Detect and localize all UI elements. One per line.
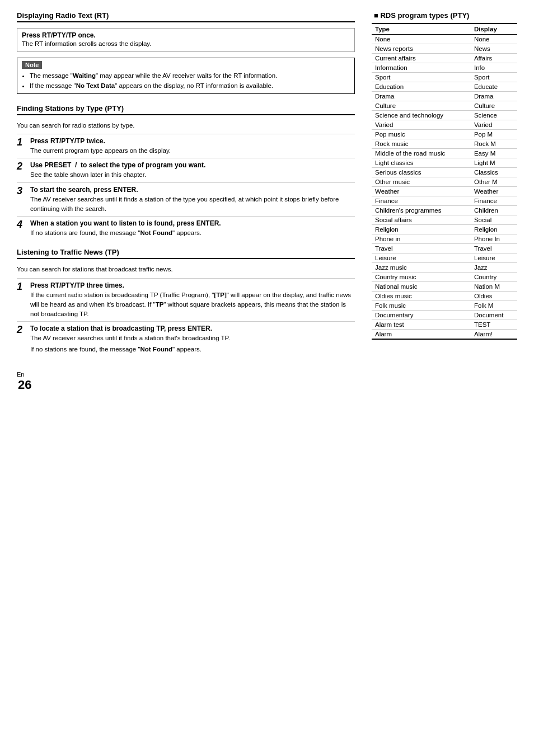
tp-step-2-desc2: If no stations are found, the message "N… (30, 345, 355, 354)
rds-type-cell: Leisure (372, 253, 471, 263)
rds-col1-header: Type (372, 24, 471, 35)
rds-table-row: News reportsNews (372, 44, 517, 54)
step-4-title: When a station you want to listen to is … (30, 219, 355, 227)
rds-type-cell: Jazz music (372, 263, 471, 273)
rds-table-row: InformationInfo (372, 63, 517, 73)
rds-display-cell: Science (471, 111, 517, 120)
rds-table-row: Light classicsLight M (372, 158, 517, 168)
rds-type-cell: Oldies music (372, 292, 471, 301)
tp-step-1-title: Press RT/PTY/TP three times. (30, 281, 355, 289)
note-item-2: If the message "No Text Data" appears on… (30, 81, 350, 91)
rds-table: Type Display NoneNoneNews reportsNewsCur… (372, 23, 517, 340)
rds-table-row: Phone inPhone In (372, 234, 517, 244)
rds-table-row: LeisureLeisure (372, 253, 517, 263)
rds-table-row: Country musicCountry (372, 273, 517, 282)
rds-type-cell: Weather (372, 187, 471, 196)
listening-tp-section: Listening to Traffic News (TP) You can s… (17, 248, 355, 354)
step-2-title: Use PRESET / to select the type of progr… (30, 161, 355, 169)
tp-step-2-title: To locate a station that is broadcasting… (30, 325, 355, 332)
step-1-title: Press RT/PTY/TP twice. (30, 137, 355, 145)
page-number: 26 (18, 378, 31, 392)
rds-display-cell: Varied (471, 120, 517, 130)
rds-display-cell: Classics (471, 168, 517, 177)
rds-table-row: Other musicOther M (372, 177, 517, 187)
rds-type-cell: None (372, 35, 471, 44)
rds-display-cell: Finance (471, 196, 517, 206)
rds-display-cell: Nation M (471, 282, 517, 292)
step-3-pty: 3 To start the search, press ENTER. The … (17, 182, 355, 214)
rds-display-cell: Educate (471, 82, 517, 92)
step-number-3: 3 (17, 186, 30, 214)
rds-display-cell: Culture (471, 101, 517, 111)
rds-section-title: RDS program types (PTY) (372, 11, 517, 20)
step-number-1: 1 (17, 137, 30, 156)
tp-step-2-content: To locate a station that is broadcasting… (30, 325, 355, 354)
step-number-2: 2 (17, 161, 30, 180)
rt-step-title: Press RT/PTY/TP once. (22, 31, 350, 39)
rds-display-cell: News (471, 44, 517, 54)
rds-display-cell: Info (471, 63, 517, 73)
page-layout: Displaying Radio Text (RT) Press RT/PTY/… (17, 11, 517, 392)
rds-table-row: AlarmAlarm! (372, 330, 517, 340)
rds-display-cell: Light M (471, 158, 517, 168)
step-3-title: To start the search, press ENTER. (30, 186, 355, 194)
rds-table-row: TravelTravel (372, 244, 517, 253)
note-box: Note The message "Waiting" may appear wh… (17, 58, 355, 94)
displaying-rt-section: Displaying Radio Text (RT) Press RT/PTY/… (17, 11, 355, 94)
right-column: RDS program types (PTY) Type Display Non… (372, 11, 517, 392)
step-2-content: Use PRESET / to select the type of progr… (30, 161, 355, 180)
rds-display-cell: Country (471, 273, 517, 282)
rds-type-cell: National music (372, 282, 471, 292)
rds-col2-header: Display (471, 24, 517, 35)
rds-display-cell: Drama (471, 92, 517, 101)
step-number-4: 4 (17, 219, 30, 238)
step-4-content: When a station you want to listen to is … (30, 219, 355, 238)
rds-display-cell: Children (471, 206, 517, 215)
rds-table-row: Social affairsSocial (372, 215, 517, 225)
finding-stations-section: Finding Stations by Type (PTY) You can s… (17, 104, 355, 238)
step-2-pty: 2 Use PRESET / to select the type of pro… (17, 158, 355, 180)
rds-type-cell: Middle of the road music (372, 149, 471, 158)
rds-display-cell: Other M (471, 177, 517, 187)
step-1-desc: The current program type appears on the … (30, 146, 355, 156)
rds-display-cell: TEST (471, 320, 517, 330)
rds-table-header: Type Display (372, 24, 517, 35)
rds-table-row: VariedVaried (372, 120, 517, 130)
rds-type-cell: Education (372, 82, 471, 92)
rt-step-desc: The RT information scrolls across the di… (22, 39, 350, 49)
rds-type-cell: Religion (372, 225, 471, 234)
step-1-content: Press RT/PTY/TP twice. The current progr… (30, 137, 355, 156)
rds-display-cell: Weather (471, 187, 517, 196)
step-4-pty: 4 When a station you want to listen to i… (17, 216, 355, 238)
rds-table-row: SportSport (372, 73, 517, 82)
rds-type-cell: Alarm (372, 330, 471, 340)
step-4-desc: If no stations are found, the message "N… (30, 228, 355, 238)
rds-display-cell: Rock M (471, 139, 517, 149)
rds-display-cell: Alarm! (471, 330, 517, 340)
rds-table-row: EducationEducate (372, 82, 517, 92)
rds-type-cell: Alarm test (372, 320, 471, 330)
rds-table-row: Middle of the road musicEasy M (372, 149, 517, 158)
tp-step-number-1: 1 (17, 281, 30, 320)
rds-table-row: Science and technologyScience (372, 111, 517, 120)
rds-display-cell: Jazz (471, 263, 517, 273)
rds-display-cell: Affairs (471, 54, 517, 63)
rds-display-cell: Phone In (471, 234, 517, 244)
rds-table-row: Current affairsAffairs (372, 54, 517, 63)
rds-table-row: WeatherWeather (372, 187, 517, 196)
rds-table-row: DramaDrama (372, 92, 517, 101)
note-item-1: The message "Waiting" may appear while t… (30, 71, 350, 81)
rds-table-row: NoneNone (372, 35, 517, 44)
rds-type-cell: Information (372, 63, 471, 73)
rds-display-cell: Religion (471, 225, 517, 234)
step-2-desc: See the table shown later in this chapte… (30, 170, 355, 180)
tp-step-number-2: 2 (17, 325, 30, 354)
rds-display-cell: Document (471, 311, 517, 320)
rds-type-cell: Drama (372, 92, 471, 101)
page-footer: En 26 (17, 371, 355, 392)
rds-type-cell: Light classics (372, 158, 471, 168)
rds-table-row: CultureCulture (372, 101, 517, 111)
rds-type-cell: Rock music (372, 139, 471, 149)
rt-instruction-box: Press RT/PTY/TP once. The RT information… (17, 28, 355, 52)
rds-table-row: Serious classicsClassics (372, 168, 517, 177)
